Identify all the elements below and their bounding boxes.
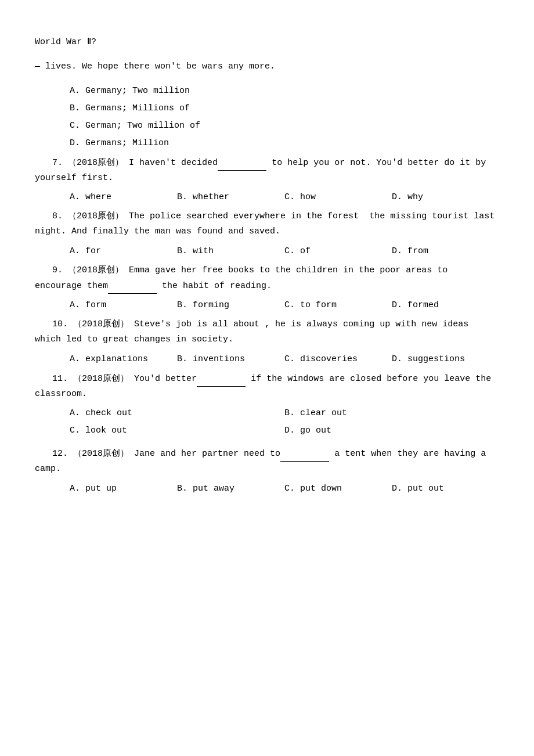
q10-tag: （2018原创） [73, 319, 129, 329]
q11-option-d: D. go out [284, 424, 499, 438]
q12-option-c: C. put down [284, 482, 392, 496]
q12-blank [280, 446, 329, 462]
q7-options: A. where B. whether C. how D. why [35, 190, 499, 204]
q10-option-d: D. suggestions [392, 352, 499, 366]
q9-option-d: D. formed [392, 298, 499, 312]
q12-tag: （2018原创） [73, 449, 129, 459]
intro-line: World War Ⅱ? [35, 35, 499, 50]
q9-text: 9. （2018原创） Emma gave her free books to … [35, 263, 499, 294]
q10-options: A. explanations B. inventions C. discove… [35, 352, 499, 366]
q8-tag: （2018原创） [68, 211, 124, 221]
intro-options: A. Germany; Two million B. Germans; Mill… [35, 84, 499, 150]
q9-tag: （2018原创） [68, 265, 124, 275]
q8-options: A. for B. with C. of D. from [35, 244, 499, 258]
q11-option-c: C. look out [70, 424, 284, 438]
q7-option-b: B. whether [177, 190, 284, 204]
q12-label: 12. [52, 449, 68, 459]
q11-option-b: B. clear out [284, 406, 499, 420]
q11-body1: You'd better [134, 374, 197, 384]
q9-option-b: B. forming [177, 298, 284, 312]
q8-label: 8. [52, 211, 63, 221]
q11-tag: （2018原创） [73, 374, 129, 384]
q9-label: 9. [52, 265, 63, 275]
q7-tag: （2018原创） [68, 158, 124, 168]
intro-answer-text: — lives. We hope there won't be wars any… [35, 62, 275, 71]
intro-text: World War Ⅱ? [35, 37, 96, 47]
q12-option-d: D. put out [392, 482, 499, 496]
q7-text: 7. （2018原创） I haven't decided to help yo… [35, 155, 499, 186]
q11-option-a: A. check out [70, 406, 284, 420]
q12-option-a: A. put up [70, 482, 177, 496]
question-9: 9. （2018原创） Emma gave her free books to … [35, 263, 499, 313]
q10-option-b: B. inventions [177, 352, 284, 366]
q9-options: A. form B. forming C. to form D. formed [35, 298, 499, 312]
q8-option-b: B. with [177, 244, 284, 258]
intro-option-d: D. Germans; Million [70, 136, 499, 150]
q7-option-d: D. why [392, 190, 499, 204]
q11-blank [197, 371, 246, 387]
q8-option-d: D. from [392, 244, 499, 258]
q9-option-a: A. form [70, 298, 177, 312]
q9-blank [108, 278, 157, 294]
intro-option-c: C. German; Two million of [70, 119, 499, 133]
q12-option-b: B. put away [177, 482, 284, 496]
q9-option-c: C. to form [284, 298, 392, 312]
q12-text: 12. （2018原创） Jane and her partner need t… [35, 446, 499, 477]
question-7: 7. （2018原创） I haven't decided to help yo… [35, 155, 499, 205]
q7-label: 7. [52, 158, 63, 168]
q11-text: 11. （2018原创） You'd better if the windows… [35, 371, 499, 402]
q7-blank [218, 155, 266, 171]
main-content: World War Ⅱ? — lives. We hope there won'… [35, 35, 499, 496]
question-11: 11. （2018原创） You'd better if the windows… [35, 371, 499, 442]
q8-body1: The police searched everywhere in the fo… [129, 211, 359, 221]
q11-label: 11. [52, 374, 68, 384]
intro-answer: — lives. We hope there won't be wars any… [35, 59, 499, 74]
q9-body2: the habit of reading. [162, 281, 272, 291]
q10-text: 10. （2018原创） Steve's job is all about , … [35, 317, 499, 348]
intro-option-b: B. Germans; Millions of [70, 102, 499, 116]
intro-option-a: A. Germany; Two million [70, 84, 499, 98]
q11-options: A. check out B. clear out C. look out D.… [35, 406, 499, 441]
q8-text: 8. （2018原创） The police searched everywhe… [35, 209, 499, 240]
question-12: 12. （2018原创） Jane and her partner need t… [35, 446, 499, 496]
q12-body1: Jane and her partner need to [134, 449, 280, 459]
q10-option-c: C. discoveries [284, 352, 392, 366]
q10-option-a: A. explanations [70, 352, 177, 366]
q7-body1: I haven't decided [129, 158, 218, 168]
question-10: 10. （2018原创） Steve's job is all about , … [35, 317, 499, 366]
q10-label: 10. [52, 319, 68, 329]
q12-options: A. put up B. put away C. put down D. put… [35, 482, 499, 496]
q7-option-c: C. how [284, 190, 392, 204]
q8-option-a: A. for [70, 244, 177, 258]
q8-option-c: C. of [284, 244, 392, 258]
question-8: 8. （2018原创） The police searched everywhe… [35, 209, 499, 258]
q7-option-a: A. where [70, 190, 177, 204]
